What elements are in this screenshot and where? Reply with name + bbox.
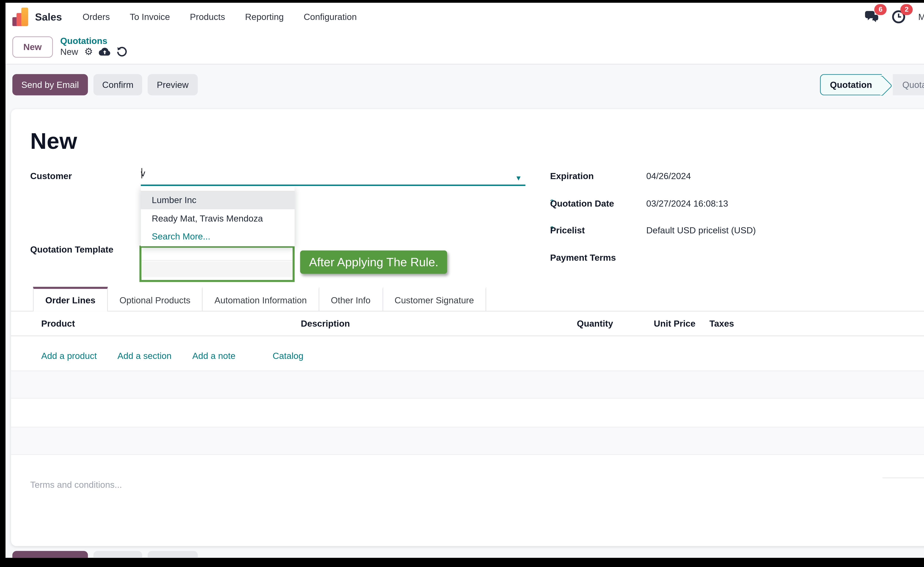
terms-placeholder[interactable]: Terms and conditions...	[30, 480, 122, 490]
send-by-email-button-bottom[interactable]: Send by Email	[12, 551, 88, 558]
tab-automation-information[interactable]: Automation Information	[203, 287, 319, 311]
col-quantity: Quantity	[577, 318, 613, 328]
breadcrumb-quotations-link[interactable]: Quotations	[60, 36, 127, 46]
status-quotation-sent[interactable]: Quotation Sent	[893, 74, 924, 95]
dropdown-search-more[interactable]: Search More...	[141, 228, 295, 246]
confirm-button-bottom[interactable]: Confirm	[93, 551, 143, 558]
empty-row	[11, 370, 924, 399]
tab-order-lines[interactable]: Order Lines	[33, 287, 108, 311]
col-unit-price: Unit Price	[654, 318, 695, 328]
activities-badge: 2	[901, 4, 913, 15]
tab-customer-signature[interactable]: Customer Signature	[383, 287, 486, 311]
quotation-date-value[interactable]: 03/27/2024 16:08:13	[646, 198, 728, 208]
control-panel: New Quotations New ⚙	[6, 30, 924, 64]
form-statusbar-row: Send by Email Confirm Preview Quotation …	[6, 64, 924, 95]
empty-row	[11, 427, 924, 455]
screenshot-frame: Sales Orders To Invoice Products Reporti…	[0, 0, 924, 567]
payment-terms-label: Payment Terms	[550, 253, 616, 263]
breadcrumb: Quotations New ⚙	[60, 36, 127, 58]
odoo-window: Sales Orders To Invoice Products Reporti…	[6, 3, 924, 558]
top-navbar: Sales Orders To Invoice Products Reporti…	[6, 3, 924, 30]
add-a-section-link[interactable]: Add a section	[117, 351, 172, 361]
record-title: New	[30, 128, 77, 154]
unsaved-cloud-icon[interactable]	[99, 47, 111, 56]
menu-configuration[interactable]: Configuration	[304, 11, 357, 22]
total-divider	[882, 477, 924, 478]
quotation-date-label: Quotation Date ?	[550, 198, 554, 210]
activities-icon[interactable]: 2	[888, 6, 909, 27]
dropdown-option-lumber-inc[interactable]: Lumber Inc	[141, 191, 295, 209]
new-record-button[interactable]: New	[12, 36, 53, 57]
col-taxes: Taxes	[709, 318, 734, 328]
quotation-template-label: Quotation Template	[30, 244, 113, 255]
col-description: Description	[301, 318, 350, 328]
dropdown-option-ready-mat[interactable]: Ready Mat, Travis Mendoza	[141, 209, 295, 228]
messages-icon[interactable]: 6	[862, 6, 882, 27]
send-by-email-button[interactable]: Send by Email	[12, 74, 88, 95]
col-product: Product	[41, 318, 75, 328]
expiration-label: Expiration	[550, 171, 594, 181]
green-highlight-box	[139, 246, 295, 282]
catalog-link[interactable]: Catalog	[272, 351, 304, 361]
chevron-down-icon[interactable]: ▼	[515, 174, 522, 182]
company-switcher[interactable]: My Company (San Francisco)	[918, 11, 924, 22]
preview-button[interactable]: Preview	[148, 74, 197, 95]
menu-products[interactable]: Products	[190, 11, 225, 22]
tab-other-info[interactable]: Other Info	[319, 287, 383, 311]
bottom-actions-clipped: Send by Email Confirm Preview	[12, 551, 197, 558]
menu-reporting[interactable]: Reporting	[245, 11, 284, 22]
notebook-tabs: Order Lines Optional Products Automation…	[11, 287, 924, 312]
sales-app-icon[interactable]	[12, 7, 29, 26]
status-quotation[interactable]: Quotation	[820, 74, 882, 95]
preview-button-bottom[interactable]: Preview	[148, 551, 197, 558]
customer-label: Customer	[30, 171, 72, 181]
app-name[interactable]: Sales	[35, 11, 62, 22]
pricelist-label: Pricelist ?	[550, 225, 554, 237]
annotation-label: After Applying The Rule.	[300, 250, 447, 274]
customer-autocomplete-dropdown: Lumber Inc Ready Mat, Travis Mendoza Sea…	[141, 187, 295, 246]
breadcrumb-current: New	[60, 46, 78, 58]
pricelist-value[interactable]: Default USD pricelist (USD)	[646, 225, 756, 236]
status-pipeline: Quotation Quotation Sent Sales Order	[820, 74, 924, 95]
gear-icon[interactable]: ⚙	[84, 46, 93, 58]
menu-orders[interactable]: Orders	[83, 11, 110, 22]
order-lines-header: Product Description Quantity Unit Price …	[11, 312, 924, 336]
customer-input[interactable]: v	[141, 168, 525, 186]
messages-badge: 6	[875, 4, 887, 15]
discard-undo-icon[interactable]	[117, 47, 127, 57]
add-a-product-link[interactable]: Add a product	[41, 351, 97, 361]
tab-optional-products[interactable]: Optional Products	[108, 287, 203, 311]
add-a-note-link[interactable]: Add a note	[193, 351, 236, 361]
confirm-button[interactable]: Confirm	[93, 74, 143, 95]
expiration-value[interactable]: 04/26/2024	[646, 171, 691, 181]
text-cursor	[141, 168, 142, 178]
menu-to-invoice[interactable]: To Invoice	[130, 11, 170, 22]
quotation-form-sheet: New Customer v ▼ Quotation Template Expi…	[11, 109, 924, 546]
